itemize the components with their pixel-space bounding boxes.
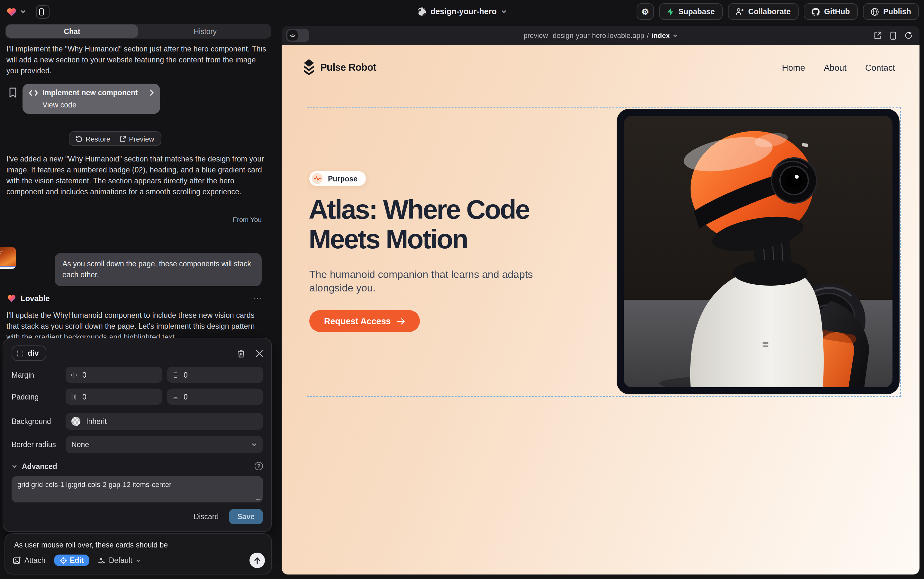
pulse-icon: [314, 176, 321, 182]
code-view-toggle[interactable]: <>: [286, 29, 309, 42]
classes-textarea-wrap: grid grid-cols-1 lg:grid-cols-2 gap-12 i…: [11, 476, 263, 502]
selected-hero-section[interactable]: Purpose Atlas: Where Code Meets Motion T…: [307, 108, 901, 397]
topbar: design-your-hero ⚙ Supabase Collaborate …: [0, 0, 924, 23]
assistant-name: Lovable: [21, 294, 50, 303]
margin-y-input[interactable]: 0: [167, 367, 263, 383]
arrow-right-icon: [397, 317, 405, 325]
code-icon: [29, 90, 38, 95]
discard-button[interactable]: Discard: [194, 513, 219, 520]
bookmark-icon[interactable]: [9, 87, 17, 98]
sidebar-toggle-button[interactable]: [36, 5, 49, 18]
site-canvas: Pulse Robot Home About Contact Purpose A…: [282, 45, 919, 574]
restore-button[interactable]: Restore: [76, 135, 110, 142]
advanced-section-toggle[interactable]: Advanced ?: [11, 462, 263, 470]
save-button[interactable]: Save: [229, 509, 263, 524]
thumbnail-text-lines: [0, 252, 5, 255]
from-you-label: From You: [198, 216, 262, 223]
attach-button[interactable]: Attach: [13, 556, 45, 564]
arrow-up-icon: [254, 557, 260, 564]
nav-home[interactable]: Home: [782, 63, 805, 72]
border-radius-select[interactable]: None: [65, 436, 263, 453]
classes-textarea[interactable]: grid grid-cols-1 lg:grid-cols-2 gap-12 i…: [17, 481, 257, 498]
attach-image-icon: [13, 556, 21, 564]
request-access-button[interactable]: Request Access: [309, 310, 420, 332]
publish-button[interactable]: Publish: [863, 3, 919, 20]
target-icon: [59, 557, 67, 564]
padding-horizontal-icon: [71, 393, 77, 400]
tab-history[interactable]: History: [139, 24, 271, 39]
settings-button[interactable]: ⚙: [637, 3, 654, 20]
chat-input-value[interactable]: As user mouse roll over, these cards sho…: [14, 541, 168, 549]
restore-icon: [76, 136, 82, 142]
gear-icon: ⚙: [642, 7, 649, 16]
border-radius-label: Border radius: [11, 441, 65, 448]
transparency-swatch-icon: [71, 417, 80, 426]
globe-icon: [870, 7, 879, 16]
github-button[interactable]: GitHub: [803, 3, 857, 20]
site-nav: Home About Contact: [782, 63, 895, 72]
project-globe-icon: [417, 7, 426, 16]
preview-header: <> preview--design-your-hero.lovable.app…: [282, 26, 919, 45]
external-link-icon: [119, 136, 126, 142]
delete-element-button[interactable]: [237, 349, 245, 357]
nav-about[interactable]: About: [824, 63, 847, 72]
chevron-down-icon: [135, 559, 141, 562]
margin-label: Margin: [11, 371, 65, 379]
chat-history-tabs: Chat History: [5, 24, 271, 39]
chat-panel: Chat History I'll implement the "Why Hum…: [5, 23, 272, 579]
background-label: Background: [11, 417, 65, 425]
close-icon[interactable]: [256, 350, 263, 357]
chevron-down-icon: [251, 443, 257, 447]
edit-mode-button[interactable]: Edit: [54, 554, 90, 566]
attachment-thumbnail-2[interactable]: [0, 247, 16, 269]
collaborate-button[interactable]: Collaborate: [728, 3, 798, 20]
background-input[interactable]: Inherit: [65, 413, 263, 430]
chat-mode-select[interactable]: Default: [98, 556, 141, 564]
site-header: Pulse Robot Home About Contact: [282, 45, 919, 90]
chevron-down-icon: [673, 34, 678, 37]
selection-icon: [17, 350, 23, 356]
chevron-down-icon[interactable]: [21, 10, 26, 13]
preview-url[interactable]: preview--design-your-hero.lovable.app / …: [523, 31, 677, 39]
chat-input-box[interactable]: As user mouse roll over, these cards sho…: [5, 533, 272, 574]
refresh-icon[interactable]: [905, 31, 913, 39]
code-icon: <>: [287, 30, 298, 41]
padding-y-input[interactable]: 0: [167, 389, 263, 405]
view-code-link[interactable]: View code: [29, 101, 153, 109]
assistant-header-row: Lovable ⋯: [7, 293, 262, 303]
component-card[interactable]: Implement new component View code: [23, 83, 160, 114]
lovable-logo-icon[interactable]: [7, 7, 17, 16]
nav-contact[interactable]: Contact: [865, 63, 895, 72]
preview-panel: <> preview--design-your-hero.lovable.app…: [282, 26, 919, 574]
project-name[interactable]: design-your-hero: [431, 7, 497, 16]
pulse-robot-logo-icon: [303, 59, 315, 76]
mobile-view-icon[interactable]: [890, 31, 896, 39]
robot-image: [624, 116, 893, 387]
chevron-down-icon: [11, 464, 17, 468]
margin-vertical-icon: [172, 371, 178, 378]
assistant-message-2: I've added a new "Why Humanoid" section …: [7, 154, 268, 198]
supabase-icon: [667, 7, 674, 16]
send-button[interactable]: [250, 553, 265, 568]
site-logo[interactable]: Pulse Robot: [303, 59, 376, 76]
margin-x-input[interactable]: 0: [65, 367, 162, 383]
resize-handle[interactable]: [256, 496, 260, 500]
component-card-title: Implement new component: [42, 89, 138, 96]
margin-horizontal-icon: [71, 371, 77, 378]
preview-button[interactable]: Preview: [119, 135, 154, 142]
hero-heading: Atlas: Where Code Meets Motion: [309, 195, 595, 254]
element-inspector-panel: div Margin 0 0: [3, 338, 272, 532]
hero-subheading: The humanoid companion that learns and a…: [309, 268, 547, 294]
selected-element-chip[interactable]: div: [11, 345, 47, 361]
tab-chat[interactable]: Chat: [6, 25, 138, 38]
purpose-badge: Purpose: [309, 171, 366, 186]
padding-vertical-icon: [172, 393, 178, 400]
open-in-new-tab-icon[interactable]: [874, 31, 882, 39]
help-icon[interactable]: ?: [255, 462, 263, 470]
message-menu-button[interactable]: ⋯: [253, 293, 262, 303]
github-icon: [811, 7, 820, 16]
padding-x-input[interactable]: 0: [65, 389, 162, 405]
padding-label: Padding: [11, 393, 65, 401]
project-chevron-down-icon[interactable]: [501, 10, 507, 13]
supabase-button[interactable]: Supabase: [659, 3, 722, 20]
